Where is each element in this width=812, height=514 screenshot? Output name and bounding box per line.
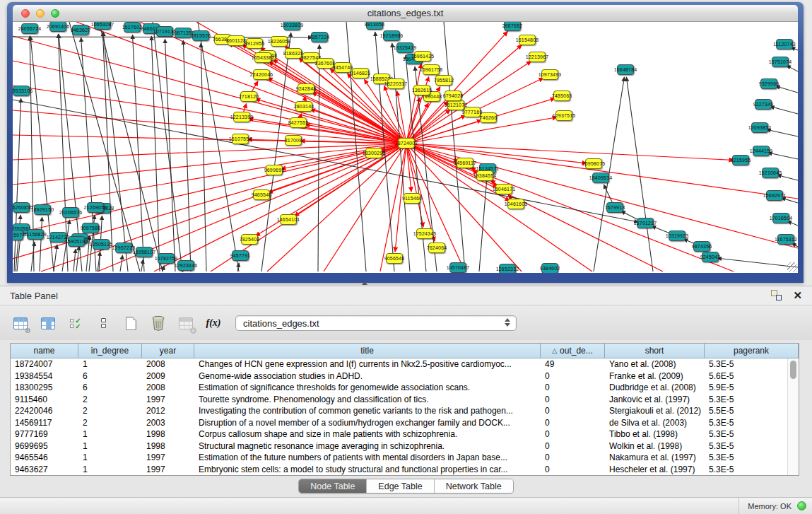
function-builder-icon[interactable]: f(x) [204, 314, 223, 332]
graph-node[interactable]: 20691406 [49, 22, 66, 32]
table-cell[interactable]: de Silva et al. (2003) [605, 417, 705, 429]
graph-node[interactable]: 12142737 [49, 232, 66, 243]
graph-node[interactable]: 21269050 [87, 202, 104, 213]
table-cell[interactable]: 5.3E-5 [705, 394, 787, 406]
graph-node[interactable]: 10461603 [507, 199, 524, 209]
window-resize-grip[interactable] [787, 262, 797, 272]
graph-node[interactable]: 9699695 [266, 165, 283, 175]
graph-node[interactable]: 16107554 [232, 134, 249, 144]
graph-node[interactable]: 7679913 [606, 202, 623, 213]
column-header-year[interactable]: year [142, 344, 194, 358]
graph-node[interactable]: 8427552 [290, 117, 307, 128]
graph-node[interactable]: 10319923 [669, 230, 686, 241]
graph-node[interactable]: 12652312 [499, 264, 516, 273]
table-selector-dropdown[interactable]: citations_edges.txt [235, 315, 517, 331]
close-panel-icon[interactable]: ✕ [793, 290, 802, 300]
table-cell[interactable]: 2 [78, 394, 142, 406]
graph-node[interactable]: 9146821 [352, 68, 369, 78]
graph-node[interactable]: 9465546 [253, 189, 270, 200]
graph-node[interactable]: 16154808 [519, 35, 536, 45]
table-cell[interactable]: 5.6E-5 [705, 370, 787, 382]
graph-node[interactable]: 18325419 [396, 42, 413, 53]
table-row[interactable]: 2242004622012Investigating the contribut… [11, 405, 787, 417]
table-cell[interactable]: 2 [78, 417, 142, 429]
tab-network-table[interactable]: Network Table [435, 479, 513, 493]
float-panel-icon[interactable] [771, 290, 782, 300]
table-cell[interactable]: 19384554 [11, 370, 78, 382]
graph-node[interactable]: 16648784 [617, 64, 634, 75]
zoom-window-button[interactable] [51, 9, 59, 18]
graph-node[interactable]: 10719135 [156, 26, 173, 37]
graph-node[interactable]: 7955812 [435, 75, 452, 86]
table-row[interactable]: 911546021997Tourette syndrome. Phenomeno… [11, 394, 787, 406]
column-header-title[interactable]: title [194, 344, 541, 358]
table-cell[interactable]: 2008 [142, 382, 194, 394]
table-cell[interactable]: Embryonic stem cells: a model to study s… [194, 464, 541, 476]
minimize-window-button[interactable] [36, 9, 45, 18]
graph-node[interactable]: 16033809 [283, 22, 300, 30]
graph-node[interactable]: 1362615 [413, 85, 430, 95]
delete-column-icon[interactable] [149, 314, 167, 332]
table-cell[interactable]: Disruption of a novel member of a sodium… [194, 417, 541, 429]
graph-node[interactable]: 17957223 [115, 243, 132, 253]
graph-node[interactable]: 9463627 [72, 25, 89, 35]
table-cell[interactable]: 2009 [142, 370, 194, 382]
graph-node[interactable]: 2803144 [295, 101, 312, 112]
graph-node[interactable]: 17016504 [772, 213, 789, 223]
graph-node[interactable]: 19218986 [383, 30, 400, 41]
table-row[interactable]: 1830029562008Estimation of significance … [11, 382, 787, 394]
graph-node[interactable]: 16543382 [254, 52, 271, 63]
stacked-squares-icon[interactable] [94, 314, 112, 332]
graph-node[interactable]: 24055724 [21, 23, 38, 34]
tab-node-table[interactable]: Node Table [299, 479, 367, 493]
table-cell[interactable]: Estimation of significance thresholds fo… [194, 382, 541, 394]
graph-node[interactable]: 11156829 [27, 229, 44, 240]
graph-node[interactable]: 8813054 [366, 22, 383, 30]
graph-node[interactable]: 9329966 [760, 78, 777, 89]
graph-node[interactable]: 12444159 [753, 146, 770, 156]
table-row[interactable]: 969969511998Structural magnetic resonanc… [11, 440, 787, 452]
table-cell[interactable]: Hescheler et al. (1997) [605, 464, 705, 476]
graph-node[interactable]: 12213399 [233, 112, 250, 122]
graph-node[interactable]: 15958075 [585, 158, 602, 169]
graph-node[interactable]: 18220317 [387, 78, 404, 89]
scrollbar-thumb[interactable] [790, 361, 796, 379]
table-scrollbar[interactable] [787, 358, 799, 475]
table-cell[interactable]: 1 [78, 452, 142, 464]
graph-node[interactable]: 16791217 [637, 218, 654, 228]
graph-node[interactable]: 18409514 [592, 173, 609, 183]
table-cell[interactable]: 0 [541, 440, 605, 452]
column-header-pagerank[interactable]: pagerank [705, 344, 799, 358]
table-cell[interactable]: 2 [78, 405, 142, 417]
column-header-in_degree[interactable]: in_degree [78, 344, 142, 358]
table-cell[interactable]: Yano et al. (2008) [605, 358, 705, 370]
table-cell[interactable]: 9115460 [11, 394, 78, 406]
table-cell[interactable]: 5.9E-5 [705, 382, 787, 394]
graph-node[interactable]: 9115460 [404, 193, 420, 204]
graph-node[interactable]: 16121072 [447, 100, 464, 110]
graph-node[interactable]: 7624064 [428, 243, 445, 253]
column-header-name[interactable]: name [11, 344, 78, 358]
graph-node[interactable]: 8454749 [334, 62, 351, 73]
graph-node[interactable]: 9245042 [702, 252, 719, 262]
graph-node[interactable]: 16961425 [414, 51, 431, 62]
graph-node[interactable]: 12505135 [93, 239, 110, 250]
graph-node[interactable]: 16782759 [158, 253, 175, 264]
graph-node[interactable]: 9777169 [464, 107, 481, 117]
table-cell[interactable]: 1998 [142, 428, 194, 440]
table-cell[interactable]: 1997 [142, 394, 194, 406]
table-cell[interactable]: 0 [541, 452, 605, 464]
graph-node[interactable]: 12093852 [751, 122, 768, 133]
table-cell[interactable]: 2008 [142, 358, 194, 370]
table-cell[interactable]: 9699695 [11, 440, 78, 452]
graph-node[interactable]: 7857224 [311, 32, 328, 42]
table-cell[interactable]: 0 [541, 464, 605, 476]
table-cell[interactable]: 5.3E-5 [705, 464, 787, 476]
graph-node[interactable]: 25260850 [13, 202, 30, 213]
column-visibility-icon[interactable] [39, 314, 57, 332]
graph-node[interactable]: 2687682 [504, 22, 521, 31]
table-settings-icon[interactable]: ⚙ [11, 314, 30, 332]
graph-node[interactable]: 9315974 [13, 230, 23, 240]
graph-node[interactable]: 15692971 [766, 190, 783, 201]
table-cell[interactable]: 1 [78, 358, 142, 370]
